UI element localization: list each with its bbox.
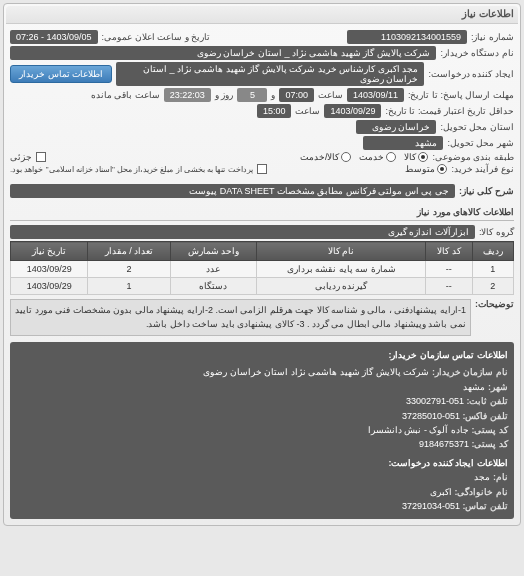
panel-title: اطلاعات نیاز <box>6 6 518 24</box>
need-number-value: 1103092134001559 <box>347 30 467 44</box>
process-note: پرداخت تنها به بخشی از مبلغ خرید،از محل … <box>10 165 253 174</box>
group-label: گروه کالا: <box>479 227 514 237</box>
contact-block: اطلاعات تماس سازمان خریدار: نام سازمان خ… <box>10 342 514 519</box>
time-label-1: ساعت <box>318 90 343 100</box>
need-number-label: شماره نیاز: <box>471 32 514 42</box>
city-value: مشهد <box>363 136 443 150</box>
goods-section-title: اطلاعات کالاهای مورد نیاز <box>10 204 514 221</box>
valid-time: 15:00 <box>257 104 292 118</box>
deadline-date: 1403/09/11 <box>347 88 404 102</box>
remain-label: ساعت باقی مانده <box>91 90 160 100</box>
requester-label: ایجاد کننده درخواست: <box>428 69 514 79</box>
radio-goods[interactable]: کالا <box>404 152 428 162</box>
th-date: تاریخ نیاز <box>11 242 88 261</box>
notes-value: 1-ارایه پیشنهادفنی ، مالی و شناسه کالا ج… <box>10 299 471 336</box>
contact-title: اطلاعات تماس سازمان خریدار: <box>16 348 508 362</box>
th-code: کد کالا <box>426 242 473 261</box>
category-radio-group: کالا خدمت کالا/خدمت <box>300 152 429 162</box>
process-label: نوع فرآیند خرید: <box>451 164 514 174</box>
radio-process-mid[interactable]: متوسط <box>405 164 447 174</box>
radio-dot-icon <box>386 152 396 162</box>
radio-both[interactable]: کالا/خدمت <box>300 152 352 162</box>
city-label: شهر محل تحویل: <box>447 138 514 148</box>
days-remaining: 5 <box>237 88 267 102</box>
group-value: ابزارآلات اندازه گیری <box>10 225 475 239</box>
th-row: ردیف <box>472 242 513 261</box>
announce-label: تاریخ و ساعت اعلان عمومی: <box>102 32 211 42</box>
deadline-label: مهلت ارسال پاسخ: تا تاریخ: <box>408 90 514 100</box>
notes-label: توضیحات: <box>475 299 514 309</box>
buyer-org-label: نام دستگاه خریدار: <box>440 48 514 58</box>
and-label: و <box>271 90 275 100</box>
goods-table: ردیف کد کالا نام کالا واحد شمارش تعداد /… <box>10 241 514 295</box>
table-row: 2 -- گیرنده ردیابی دستگاه 1 1403/09/29 <box>11 278 514 295</box>
th-unit: واحد شمارش <box>170 242 257 261</box>
announce-value: 1403/09/05 - 07:26 <box>10 30 98 44</box>
radio-dot-icon <box>418 152 428 162</box>
need-info-panel: اطلاعات نیاز شماره نیاز: 110309213400155… <box>3 3 521 526</box>
deadline-time: 07:00 <box>279 88 314 102</box>
treasury-checkbox[interactable] <box>257 164 267 174</box>
category-label: طبقه بندی موضوعی: <box>432 152 514 162</box>
time-label-2: ساعت <box>295 106 320 116</box>
partial-checkbox[interactable] <box>36 152 46 162</box>
creator-title: اطلاعات ایجاد کننده درخواست: <box>16 456 508 470</box>
radio-service[interactable]: خدمت <box>359 152 396 162</box>
province-label: استان محل تحویل: <box>440 122 514 132</box>
day-label: روز و <box>215 90 234 100</box>
table-row: 1 -- شمارة سه پایه نقشه برداری عدد 2 140… <box>11 261 514 278</box>
requester-value: مجد اکبری کارشناس خرید شرکت پالایش گاز ش… <box>116 62 424 86</box>
desc-label: شرح کلی نیاز: <box>459 186 514 196</box>
desc-value: جی پی اس مولتی فرکانس مطابق مشخصات DATA … <box>10 184 455 198</box>
th-qty: تعداد / مقدار <box>88 242 170 261</box>
time-remaining: 23:22:03 <box>164 88 211 102</box>
th-name: نام کالا <box>257 242 426 261</box>
radio-dot-icon <box>437 164 447 174</box>
province-value: خراسان رضوی <box>356 120 436 134</box>
partial-label: جزئی <box>10 152 32 162</box>
buyer-contact-button[interactable]: اطلاعات تماس خریدار <box>10 65 112 83</box>
radio-dot-icon <box>341 152 351 162</box>
valid-label: حداقل تاریخ اعتبار قیمت: تا تاریخ: <box>385 106 514 116</box>
valid-date: 1403/09/29 <box>324 104 381 118</box>
buyer-org-value: شرکت پالایش گاز شهید هاشمی نژاد _ استان … <box>10 46 436 60</box>
